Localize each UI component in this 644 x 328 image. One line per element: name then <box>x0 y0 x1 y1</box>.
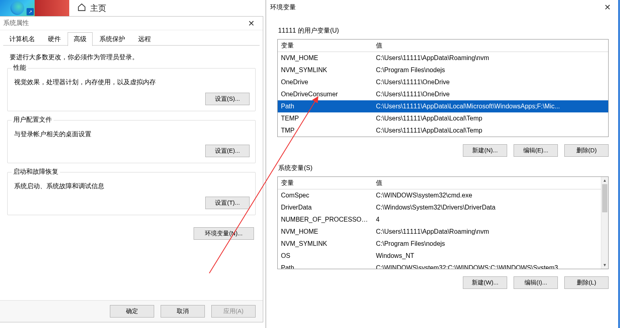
admin-note: 要进行大多数更改，你必须作为管理员登录。 <box>10 53 253 62</box>
list-row[interactable]: OneDriveC:\Users\11111\OneDrive <box>278 76 608 88</box>
column-header-name[interactable]: 变量 <box>278 39 373 52</box>
browser-home-label: 主页 <box>90 3 106 14</box>
var-value: C:\Users\11111\AppData\Local\Temp <box>373 125 608 137</box>
scroll-thumb[interactable] <box>602 184 607 212</box>
var-name: TEMP <box>278 112 373 125</box>
var-name: NVM_HOME <box>278 226 373 238</box>
var-name: TMP <box>278 125 373 137</box>
startup-settings-button[interactable]: 设置(T)... <box>205 197 250 209</box>
column-header-name[interactable]: 变量 <box>278 177 373 189</box>
edge-icon <box>10 1 24 15</box>
var-value: C:\Program Files\nodejs <box>373 238 601 250</box>
user-vars-label: 11111 的用户变量(U) <box>266 15 620 39</box>
startup-desc: 系统启动、系统故障和调试信息 <box>14 182 249 191</box>
list-row[interactable]: OneDriveConsumerC:\Users\11111\OneDrive <box>278 88 608 100</box>
list-row[interactable]: TMPC:\Users\11111\AppData\Local\Temp <box>278 125 608 137</box>
var-value: 4 <box>373 214 601 226</box>
list-row[interactable]: NVM_SYMLINKC:\Program Files\nodejs <box>278 238 601 250</box>
list-row[interactable]: PathC:\WINDOWS\system32;C:\WINDOWS;C:\WI… <box>278 262 601 269</box>
performance-desc: 视觉效果，处理器计划，内存使用，以及虚拟内存 <box>14 78 249 87</box>
user-delete-button[interactable]: 删除(D) <box>564 144 609 157</box>
var-value: C:\WINDOWS\system32\cmd.exe <box>373 189 601 201</box>
envdlg-titlebar: 环境变量 ✕ <box>266 0 620 15</box>
list-row[interactable]: OSWindows_NT <box>278 250 601 262</box>
user-new-button[interactable]: 新建(N)... <box>463 144 507 157</box>
user-edit-button[interactable]: 编辑(E)... <box>514 144 558 157</box>
sys-delete-button[interactable]: 删除(L) <box>564 276 609 289</box>
tab-系统保护[interactable]: 系统保护 <box>93 32 131 46</box>
tab-计算机名[interactable]: 计算机名 <box>3 32 41 46</box>
sysprops-title: 系统属性 <box>3 19 29 27</box>
list-row[interactable]: TEMPC:\Users\11111\AppData\Local\Temp <box>278 112 608 125</box>
startup-legend: 启动和故障恢复 <box>12 168 60 176</box>
var-name: Path <box>278 262 373 269</box>
list-row[interactable]: NVM_HOMEC:\Users\11111\AppData\Roaming\n… <box>278 226 601 238</box>
var-value: C:\Users\11111\OneDrive <box>373 88 608 100</box>
list-row[interactable]: DriverDataC:\Windows\System32\Drivers\Dr… <box>278 201 601 214</box>
tab-硬件[interactable]: 硬件 <box>42 32 67 46</box>
wps-tile <box>35 0 69 16</box>
user-vars-list[interactable]: 变量 值 NVM_HOMEC:\Users\11111\AppData\Roam… <box>277 39 609 137</box>
var-value: C:\Program Files\nodejs <box>373 64 608 76</box>
close-icon[interactable]: ✕ <box>599 0 616 15</box>
sys-vars-list[interactable]: 变量 值 ComSpecC:\WINDOWS\system32\cmd.exeD… <box>277 176 609 269</box>
user-vars-header: 变量 值 <box>278 39 608 52</box>
tab-远程[interactable]: 远程 <box>132 32 157 46</box>
column-header-value[interactable]: 值 <box>373 39 608 52</box>
close-icon[interactable]: ✕ <box>243 17 260 30</box>
var-name: OneDrive <box>278 76 373 88</box>
var-name: ComSpec <box>278 189 373 201</box>
list-row[interactable]: NVM_HOMEC:\Users\11111\AppData\Roaming\n… <box>278 52 608 64</box>
sys-edit-button[interactable]: 编辑(I)... <box>514 276 558 289</box>
var-name: OneDriveConsumer <box>278 88 373 100</box>
sysprops-footer: 确定 取消 应用(A) <box>0 300 263 322</box>
performance-group: 性能 视觉效果，处理器计划，内存使用，以及虚拟内存 设置(S)... <box>7 68 256 111</box>
sys-new-button[interactable]: 新建(W)... <box>463 276 507 289</box>
sysprops-tabs: 计算机名硬件高级系统保护远程 <box>0 30 263 46</box>
sys-vars-buttons: 新建(W)... 编辑(I)... 删除(L) <box>266 269 620 292</box>
var-name: DriverData <box>278 201 373 214</box>
environment-variables-dialog: 环境变量 ✕ 11111 的用户变量(U) 变量 值 NVM_HOMEC:\Us… <box>266 0 620 328</box>
var-name: Path <box>278 100 373 112</box>
sysprops-titlebar: 系统属性 ✕ <box>0 17 263 30</box>
var-value: C:\WINDOWS\system32;C:\WINDOWS;C:\WINDOW… <box>373 262 601 269</box>
shortcut-arrow-icon: ↗ <box>27 8 34 15</box>
var-name: NUMBER_OF_PROCESSORS <box>278 214 373 226</box>
var-name: NVM_SYMLINK <box>278 238 373 250</box>
userprofile-desc: 与登录帐户相关的桌面设置 <box>14 130 249 139</box>
var-name: OS <box>278 250 373 262</box>
list-row[interactable]: ComSpecC:\WINDOWS\system32\cmd.exe <box>278 189 601 201</box>
performance-settings-button[interactable]: 设置(S)... <box>205 93 250 105</box>
var-name: NVM_HOME <box>278 52 373 64</box>
var-value: C:\Users\11111\AppData\Roaming\nvm <box>373 52 608 64</box>
list-row[interactable]: NUMBER_OF_PROCESSORS4 <box>278 214 601 226</box>
var-name: NVM_SYMLINK <box>278 64 373 76</box>
column-header-value[interactable]: 值 <box>373 177 601 189</box>
environment-variables-button[interactable]: 环境变量(N)... <box>194 227 254 240</box>
var-value: C:\Users\11111\AppData\Local\Microsoft\W… <box>373 100 608 112</box>
system-properties-dialog: 系统属性 ✕ 计算机名硬件高级系统保护远程 要进行大多数更改，你必须作为管理员登… <box>0 16 263 322</box>
home-icon <box>77 3 86 14</box>
cancel-button[interactable]: 取消 <box>161 305 205 318</box>
userprofile-group: 用户配置文件 与登录帐户相关的桌面设置 设置(E)... <box>7 120 256 163</box>
var-value: C:\Users\11111\AppData\Local\Temp <box>373 112 608 125</box>
edge-browser-tile: ↗ <box>0 0 35 16</box>
browser-home-tab: 主页 <box>77 3 106 14</box>
tab-高级[interactable]: 高级 <box>68 32 93 46</box>
sysprops-body: 要进行大多数更改，你必须作为管理员登录。 性能 视觉效果，处理器计划，内存使用，… <box>0 46 263 247</box>
ok-button[interactable]: 确定 <box>110 305 154 318</box>
var-value: Windows_NT <box>373 250 601 262</box>
list-row[interactable]: NVM_SYMLINKC:\Program Files\nodejs <box>278 64 608 76</box>
userprofile-settings-button[interactable]: 设置(E)... <box>205 145 250 157</box>
scroll-up-icon[interactable]: ▲ <box>601 177 608 184</box>
apply-button[interactable]: 应用(A) <box>211 305 256 318</box>
sys-vars-header: 变量 值 <box>278 177 601 189</box>
var-value: C:\Users\11111\OneDrive <box>373 76 608 88</box>
list-row[interactable]: PathC:\Users\11111\AppData\Local\Microso… <box>278 100 608 112</box>
user-vars-buttons: 新建(N)... 编辑(E)... 删除(D) <box>266 137 620 160</box>
userprofile-legend: 用户配置文件 <box>12 116 54 124</box>
var-value: C:\Windows\System32\Drivers\DriverData <box>373 201 601 214</box>
scrollbar[interactable]: ▲ ▼ <box>601 177 608 269</box>
sys-vars-label: 系统变量(S) <box>266 160 620 176</box>
scroll-down-icon[interactable]: ▼ <box>601 262 608 269</box>
